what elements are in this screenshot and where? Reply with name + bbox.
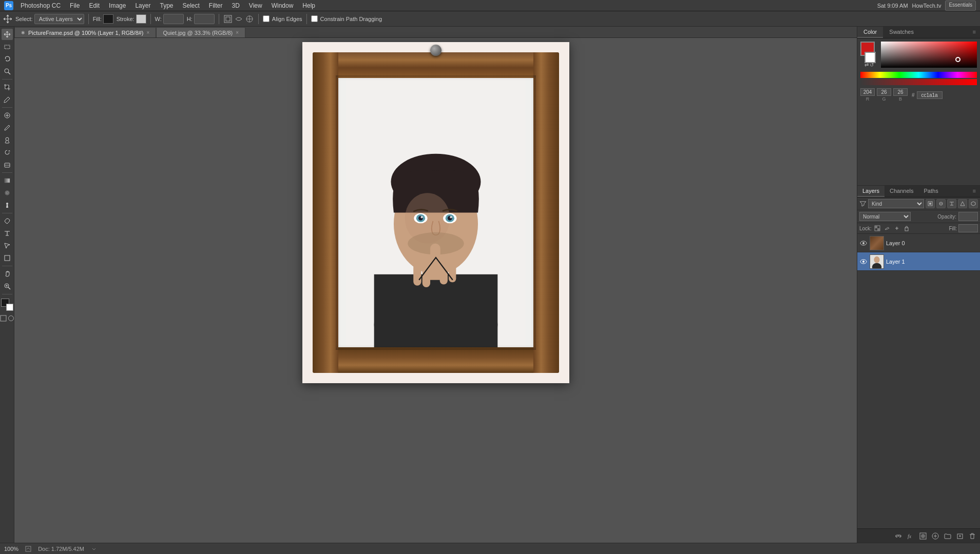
b-value-group: B [893, 88, 908, 102]
type-filter-btn[interactable] [947, 199, 956, 208]
pixel-filter-btn[interactable] [926, 199, 935, 208]
lasso-tool[interactable] [2, 53, 13, 65]
select-dropdown[interactable]: Active Layers [34, 14, 84, 24]
eyedropper-tool[interactable] [2, 94, 13, 105]
new-layer-btn[interactable] [955, 531, 965, 541]
fill-input[interactable]: 100% [958, 224, 978, 232]
lock-position-btn[interactable] [893, 224, 901, 232]
layer-0-visibility[interactable] [859, 239, 868, 247]
r-value-input[interactable] [860, 88, 875, 96]
menu-window[interactable]: Window [267, 1, 298, 10]
opacity-input[interactable]: 100% [958, 212, 978, 221]
kind-filter-select[interactable]: Kind [868, 199, 924, 208]
gradient-tool[interactable] [2, 175, 13, 186]
align-edges-checkbox[interactable] [263, 15, 270, 22]
menu-photoshop[interactable]: Photoshop CC [16, 1, 65, 10]
menu-file[interactable]: File [66, 1, 84, 10]
standard-mode-icon[interactable] [0, 315, 7, 322]
tab-quiet[interactable]: Quiet.jpg @ 33.3% (RGB/8) × [156, 27, 245, 37]
crop-tool[interactable] [2, 82, 13, 93]
menu-help[interactable]: Help [298, 1, 319, 10]
menu-view[interactable]: View [245, 1, 266, 10]
zoom-tool[interactable] [2, 281, 13, 292]
healing-tool[interactable] [2, 110, 13, 121]
tab-color[interactable]: Color [857, 27, 883, 38]
dodge-tool[interactable] [2, 200, 13, 211]
paths-tab[interactable]: Paths [919, 186, 944, 197]
color-panel-menu[interactable]: ≡ [969, 27, 980, 38]
stroke-swatch[interactable] [136, 14, 146, 24]
tab-close-picture[interactable]: × [147, 30, 150, 35]
lock-all-btn[interactable] [902, 224, 911, 232]
fill-swatch[interactable] [103, 14, 113, 24]
menu-edit[interactable]: Edit [85, 1, 104, 10]
move-tool[interactable] [2, 29, 13, 40]
link-layers-btn[interactable] [894, 531, 903, 541]
tab-swatches[interactable]: Swatches [883, 27, 920, 38]
canvas-document[interactable] [302, 42, 569, 383]
shape-filter-btn[interactable] [958, 199, 967, 208]
blend-mode-select[interactable]: Normal [859, 212, 911, 221]
menu-layer[interactable]: Layer [131, 1, 155, 10]
lock-transparent-btn[interactable] [873, 224, 881, 232]
add-adjustment-btn[interactable] [931, 531, 940, 541]
menu-bar: Ps Photoshop CC File Edit Image Layer Ty… [0, 0, 980, 11]
menu-type[interactable]: Type [156, 1, 177, 10]
canvas-area[interactable]: ✱ PictureFrame.psd @ 100% (Layer 1, RGB/… [14, 27, 857, 543]
zoom-percentage: 100% [4, 546, 18, 552]
hue-bar[interactable] [860, 72, 977, 78]
foreground-background-swatches[interactable] [1, 299, 13, 311]
smartobj-filter-btn[interactable] [969, 199, 978, 208]
color-spectrum[interactable] [881, 42, 977, 68]
shape-tool[interactable] [2, 252, 13, 264]
history-brush-tool[interactable] [2, 147, 13, 158]
svg-rect-1 [226, 17, 230, 21]
clone-tool[interactable] [2, 134, 13, 146]
menu-filter[interactable]: Filter [205, 1, 227, 10]
layer-item-1[interactable]: Layer 1 [857, 252, 980, 271]
width-input[interactable] [163, 14, 184, 24]
adjustment-filter-btn[interactable] [936, 199, 946, 208]
lock-image-btn[interactable] [883, 224, 891, 232]
eraser-tool[interactable] [2, 159, 13, 170]
hex-value-input[interactable] [917, 91, 943, 99]
brush-tool[interactable] [2, 122, 13, 133]
add-mask-btn[interactable] [918, 531, 928, 541]
constrain-path-checkbox[interactable] [311, 15, 318, 22]
new-layer-icon [956, 532, 964, 540]
quick-mask-icon[interactable] [8, 315, 14, 322]
menu-select[interactable]: Select [178, 1, 203, 10]
layers-panel-menu[interactable]: ≡ [969, 186, 980, 197]
layer-1-visibility[interactable] [859, 258, 868, 266]
tab-picturemap[interactable]: ✱ PictureFrame.psd @ 100% (Layer 1, RGB/… [14, 27, 156, 37]
frame-right [533, 52, 559, 373]
new-group-btn[interactable] [943, 531, 952, 541]
layers-tab[interactable]: Layers [857, 186, 885, 197]
g-value-input[interactable] [877, 88, 891, 96]
path-select-tool[interactable] [2, 240, 13, 251]
delete-layer-btn[interactable] [968, 531, 977, 541]
background-color[interactable] [6, 304, 13, 311]
menu-3d[interactable]: 3D [228, 1, 244, 10]
hex-value-group: # [912, 88, 977, 102]
hand-tool[interactable] [2, 268, 13, 280]
blur-tool[interactable] [2, 187, 13, 199]
tab-close-quiet[interactable]: × [236, 30, 239, 35]
status-expand-icon[interactable] [25, 545, 32, 552]
layer-item-0[interactable]: Layer 0 [857, 234, 980, 252]
quick-select-tool[interactable] [2, 66, 13, 77]
channels-tab[interactable]: Channels [885, 186, 918, 197]
background-swatch[interactable] [864, 52, 876, 63]
b-value-input[interactable] [893, 88, 908, 96]
add-style-btn[interactable]: fx [906, 531, 915, 541]
height-input[interactable] [194, 14, 215, 24]
text-tool[interactable] [2, 228, 13, 239]
marquee-tool[interactable] [2, 41, 13, 52]
hand-icon [4, 270, 11, 278]
status-arrow-icon[interactable] [90, 545, 98, 552]
opacity-bar[interactable] [860, 79, 977, 85]
pen-tool[interactable] [2, 215, 13, 227]
menu-image[interactable]: Image [105, 1, 130, 10]
select-label: Select: Active Layers [15, 14, 84, 24]
essentials-button[interactable]: Essentials [945, 1, 976, 11]
